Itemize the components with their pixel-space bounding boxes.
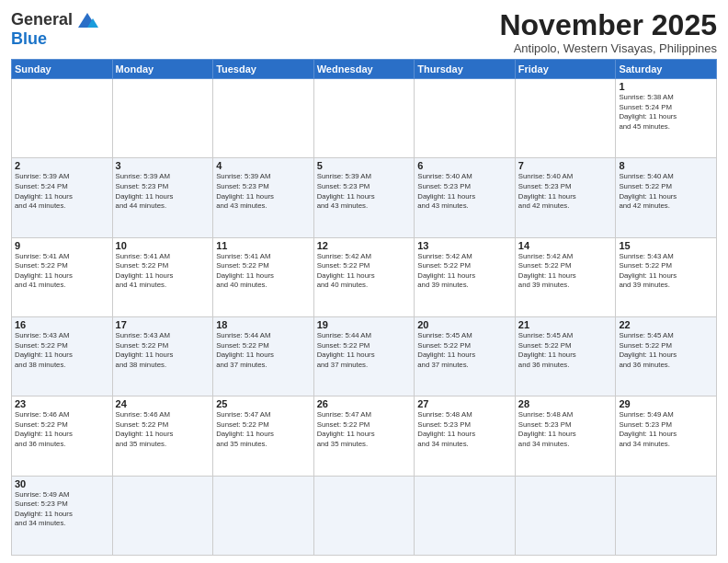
day-info: Sunrise: 5:41 AM Sunset: 5:22 PM Dayligh… bbox=[15, 252, 109, 291]
day-number: 10 bbox=[116, 240, 210, 251]
day-info: Sunrise: 5:44 AM Sunset: 5:22 PM Dayligh… bbox=[317, 331, 412, 370]
day-number: 20 bbox=[417, 319, 512, 330]
day-info: Sunrise: 5:43 AM Sunset: 5:22 PM Dayligh… bbox=[619, 252, 713, 291]
day-number: 12 bbox=[317, 240, 412, 251]
table-row: 20Sunrise: 5:45 AM Sunset: 5:22 PM Dayli… bbox=[415, 317, 516, 396]
table-row bbox=[112, 476, 213, 555]
day-number: 8 bbox=[619, 160, 713, 171]
day-number: 25 bbox=[216, 398, 311, 409]
table-row: 14Sunrise: 5:42 AM Sunset: 5:22 PM Dayli… bbox=[515, 237, 616, 316]
day-number: 23 bbox=[15, 398, 109, 409]
calendar-week-row: 16Sunrise: 5:43 AM Sunset: 5:22 PM Dayli… bbox=[12, 317, 717, 396]
table-row: 23Sunrise: 5:46 AM Sunset: 5:22 PM Dayli… bbox=[12, 396, 113, 476]
day-info: Sunrise: 5:49 AM Sunset: 5:23 PM Dayligh… bbox=[619, 410, 713, 449]
table-row bbox=[12, 79, 113, 158]
day-info: Sunrise: 5:39 AM Sunset: 5:23 PM Dayligh… bbox=[317, 172, 412, 211]
day-info: Sunrise: 5:39 AM Sunset: 5:24 PM Dayligh… bbox=[15, 172, 109, 211]
day-info: Sunrise: 5:39 AM Sunset: 5:23 PM Dayligh… bbox=[116, 172, 210, 211]
table-row: 29Sunrise: 5:49 AM Sunset: 5:23 PM Dayli… bbox=[616, 396, 717, 476]
page: General Blue November 2025 Antipolo, Wes… bbox=[0, 0, 728, 563]
day-info: Sunrise: 5:45 AM Sunset: 5:22 PM Dayligh… bbox=[619, 331, 713, 370]
table-row bbox=[415, 476, 516, 555]
day-info: Sunrise: 5:45 AM Sunset: 5:22 PM Dayligh… bbox=[518, 331, 613, 370]
table-row bbox=[415, 79, 516, 158]
day-info: Sunrise: 5:42 AM Sunset: 5:22 PM Dayligh… bbox=[518, 252, 613, 291]
day-info: Sunrise: 5:44 AM Sunset: 5:22 PM Dayligh… bbox=[216, 331, 311, 370]
day-number: 2 bbox=[15, 160, 109, 171]
day-number: 17 bbox=[116, 319, 210, 330]
calendar-week-row: 30Sunrise: 5:49 AM Sunset: 5:23 PM Dayli… bbox=[12, 476, 717, 555]
table-row: 9Sunrise: 5:41 AM Sunset: 5:22 PM Daylig… bbox=[12, 237, 113, 316]
table-row: 7Sunrise: 5:40 AM Sunset: 5:23 PM Daylig… bbox=[515, 158, 616, 237]
day-number: 30 bbox=[15, 478, 109, 489]
calendar-week-row: 9Sunrise: 5:41 AM Sunset: 5:22 PM Daylig… bbox=[12, 237, 717, 316]
day-number: 3 bbox=[116, 160, 210, 171]
day-number: 15 bbox=[619, 240, 713, 251]
day-number: 28 bbox=[518, 398, 613, 409]
calendar-week-row: 2Sunrise: 5:39 AM Sunset: 5:24 PM Daylig… bbox=[12, 158, 717, 237]
col-monday: Monday bbox=[112, 60, 213, 79]
day-number: 22 bbox=[619, 319, 713, 330]
table-row: 16Sunrise: 5:43 AM Sunset: 5:22 PM Dayli… bbox=[12, 317, 113, 396]
col-saturday: Saturday bbox=[616, 60, 717, 79]
day-info: Sunrise: 5:39 AM Sunset: 5:23 PM Dayligh… bbox=[216, 172, 311, 211]
table-row: 11Sunrise: 5:41 AM Sunset: 5:22 PM Dayli… bbox=[213, 237, 314, 316]
day-number: 18 bbox=[216, 319, 311, 330]
col-tuesday: Tuesday bbox=[213, 60, 314, 79]
calendar-header-row: Sunday Monday Tuesday Wednesday Thursday… bbox=[12, 60, 717, 79]
day-info: Sunrise: 5:40 AM Sunset: 5:23 PM Dayligh… bbox=[518, 172, 613, 211]
day-number: 19 bbox=[317, 319, 412, 330]
col-sunday: Sunday bbox=[12, 60, 113, 79]
table-row: 4Sunrise: 5:39 AM Sunset: 5:23 PM Daylig… bbox=[213, 158, 314, 237]
table-row: 22Sunrise: 5:45 AM Sunset: 5:22 PM Dayli… bbox=[616, 317, 717, 396]
day-number: 11 bbox=[216, 240, 311, 251]
day-info: Sunrise: 5:49 AM Sunset: 5:23 PM Dayligh… bbox=[15, 490, 109, 529]
calendar-week-row: 1Sunrise: 5:38 AM Sunset: 5:24 PM Daylig… bbox=[12, 79, 717, 158]
table-row: 5Sunrise: 5:39 AM Sunset: 5:23 PM Daylig… bbox=[313, 158, 415, 237]
col-wednesday: Wednesday bbox=[313, 60, 415, 79]
table-row: 21Sunrise: 5:45 AM Sunset: 5:22 PM Dayli… bbox=[515, 317, 616, 396]
table-row bbox=[213, 79, 314, 158]
table-row: 3Sunrise: 5:39 AM Sunset: 5:23 PM Daylig… bbox=[112, 158, 213, 237]
col-friday: Friday bbox=[515, 60, 616, 79]
day-info: Sunrise: 5:46 AM Sunset: 5:22 PM Dayligh… bbox=[116, 410, 210, 449]
day-number: 27 bbox=[417, 398, 512, 409]
day-number: 7 bbox=[518, 160, 613, 171]
day-info: Sunrise: 5:42 AM Sunset: 5:22 PM Dayligh… bbox=[317, 252, 412, 291]
day-number: 9 bbox=[15, 240, 109, 251]
day-number: 29 bbox=[619, 398, 713, 409]
col-thursday: Thursday bbox=[415, 60, 516, 79]
table-row: 12Sunrise: 5:42 AM Sunset: 5:22 PM Dayli… bbox=[313, 237, 415, 316]
day-info: Sunrise: 5:41 AM Sunset: 5:22 PM Dayligh… bbox=[216, 252, 311, 291]
day-info: Sunrise: 5:43 AM Sunset: 5:22 PM Dayligh… bbox=[116, 331, 210, 370]
day-info: Sunrise: 5:47 AM Sunset: 5:22 PM Dayligh… bbox=[317, 410, 412, 449]
day-number: 6 bbox=[417, 160, 512, 171]
table-row: 26Sunrise: 5:47 AM Sunset: 5:22 PM Dayli… bbox=[313, 396, 415, 476]
day-info: Sunrise: 5:45 AM Sunset: 5:22 PM Dayligh… bbox=[417, 331, 512, 370]
day-number: 26 bbox=[317, 398, 412, 409]
day-number: 1 bbox=[619, 81, 713, 92]
day-number: 16 bbox=[15, 319, 109, 330]
month-title: November 2025 bbox=[499, 9, 717, 41]
logo-icon bbox=[74, 9, 100, 29]
day-number: 14 bbox=[518, 240, 613, 251]
table-row: 28Sunrise: 5:48 AM Sunset: 5:23 PM Dayli… bbox=[515, 396, 616, 476]
day-number: 5 bbox=[317, 160, 412, 171]
day-info: Sunrise: 5:42 AM Sunset: 5:22 PM Dayligh… bbox=[417, 252, 512, 291]
table-row: 27Sunrise: 5:48 AM Sunset: 5:23 PM Dayli… bbox=[415, 396, 516, 476]
day-info: Sunrise: 5:43 AM Sunset: 5:22 PM Dayligh… bbox=[15, 331, 109, 370]
table-row: 6Sunrise: 5:40 AM Sunset: 5:23 PM Daylig… bbox=[415, 158, 516, 237]
table-row bbox=[313, 476, 415, 555]
calendar-week-row: 23Sunrise: 5:46 AM Sunset: 5:22 PM Dayli… bbox=[12, 396, 717, 476]
calendar-table: Sunday Monday Tuesday Wednesday Thursday… bbox=[11, 59, 717, 556]
table-row bbox=[213, 476, 314, 555]
table-row: 8Sunrise: 5:40 AM Sunset: 5:22 PM Daylig… bbox=[616, 158, 717, 237]
table-row: 19Sunrise: 5:44 AM Sunset: 5:22 PM Dayli… bbox=[313, 317, 415, 396]
day-info: Sunrise: 5:38 AM Sunset: 5:24 PM Dayligh… bbox=[619, 93, 713, 132]
day-info: Sunrise: 5:48 AM Sunset: 5:23 PM Dayligh… bbox=[417, 410, 512, 449]
table-row: 13Sunrise: 5:42 AM Sunset: 5:22 PM Dayli… bbox=[415, 237, 516, 316]
table-row bbox=[515, 79, 616, 158]
day-info: Sunrise: 5:40 AM Sunset: 5:22 PM Dayligh… bbox=[619, 172, 713, 211]
table-row: 25Sunrise: 5:47 AM Sunset: 5:22 PM Dayli… bbox=[213, 396, 314, 476]
title-area: November 2025 Antipolo, Western Visayas,… bbox=[499, 9, 717, 55]
